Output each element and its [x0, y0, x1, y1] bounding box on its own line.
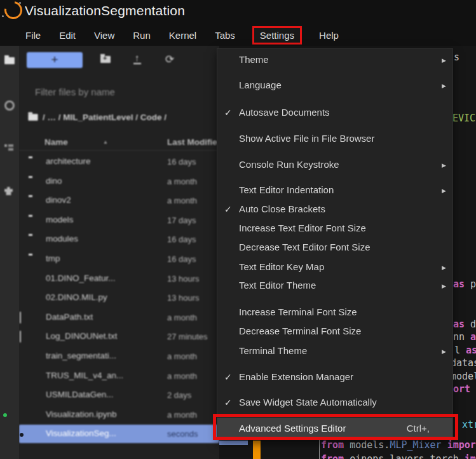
text-file-icon: [20, 331, 21, 343]
menu-item-advanced-settings-editor[interactable]: Advanced Settings EditorCtrl+,: [217, 418, 452, 439]
submenu-arrow-icon: ▶: [442, 181, 446, 200]
menu-item-language[interactable]: Language▶: [217, 76, 452, 95]
file-row-train-segmentati-[interactable]: train_segmentati...a month: [19, 347, 219, 366]
file-row-dino[interactable]: dinoa month: [19, 172, 219, 191]
checkmark-icon: ✓: [224, 393, 232, 412]
menu-item-label: Terminal Theme: [239, 341, 307, 360]
menu-item-decrease-text-editor-font-size[interactable]: Decrease Text Editor Font Size: [217, 238, 452, 257]
submenu-arrow-icon: ▶: [442, 277, 446, 296]
menu-item-show-active-file-in-file-browser[interactable]: Show Active File in File Browser: [217, 129, 452, 148]
menu-item-label: Advanced Settings Editor: [239, 418, 346, 439]
menu-item-save-widget-state-automatically[interactable]: ✓Save Widget State Automatically: [217, 393, 452, 412]
file-modified: 2 days: [167, 390, 191, 400]
file-name: 01.DINO_Featur...: [46, 273, 116, 283]
file-row-trus-mil-v4-an-[interactable]: TRUS_MIL_v4_an...a month: [19, 367, 219, 385]
file-name: TRUS_MIL_v4_an...: [46, 371, 123, 380]
menu-item-increase-terminal-font-size[interactable]: Increase Terminal Font Size: [217, 303, 452, 322]
home-folder-icon[interactable]: [28, 114, 37, 120]
checkmark-icon: ✓: [224, 200, 232, 219]
menu-item-label: Increase Terminal Font Size: [239, 303, 357, 322]
file-row-tmp[interactable]: tmp16 days: [19, 250, 219, 268]
menubar-item-help[interactable]: Help: [318, 28, 340, 43]
menubar-item-kernel[interactable]: Kernel: [168, 28, 198, 43]
menubar-item-run[interactable]: Run: [132, 28, 152, 43]
file-row-02-dino-mil-py[interactable]: 02.DINO.MIL.py13 hours: [19, 289, 219, 307]
upload-icon[interactable]: ↑: [133, 52, 141, 64]
file-name: models: [46, 215, 74, 224]
menu-item-text-editor-theme[interactable]: Text Editor Theme▶: [217, 276, 452, 295]
file-name: modules: [46, 234, 78, 243]
file-row-models[interactable]: models17 days: [19, 211, 219, 230]
filter-files-input[interactable]: Filter files by name: [35, 86, 115, 97]
menu-item-text-editor-key-map[interactable]: Text Editor Key Map▶: [217, 257, 452, 277]
menu-item-theme[interactable]: Theme▶: [217, 50, 452, 69]
file-browser-icon[interactable]: [4, 57, 15, 64]
menu-item-label: Decrease Text Editor Font Size: [239, 238, 370, 257]
menu-item-enable-extension-manager[interactable]: ✓Enable Extension Manager: [217, 367, 452, 387]
file-name: Visualization.ipynb: [46, 409, 117, 419]
menu-item-increase-text-editor-font-size[interactable]: Increase Text Editor Font Size: [217, 219, 452, 238]
file-name: architecture: [46, 156, 91, 166]
sort-asc-icon[interactable]: ▲: [103, 139, 108, 145]
file-row-dinov2[interactable]: dinov2a month: [19, 191, 219, 210]
file-row-visualizationseg-[interactable]: VisualizationSeg...seconds: [19, 425, 219, 443]
file-row-usmildatagen-[interactable]: USMILDataGen...2 days: [19, 386, 219, 404]
menu-item-auto-close-brackets[interactable]: ✓Auto Close Brackets: [217, 200, 452, 219]
extensions-icon[interactable]: [4, 187, 13, 195]
file-modified: a month: [167, 410, 197, 420]
file-name: 02.DINO.MIL.py: [46, 292, 107, 302]
app-logo-icon: [1, 0, 26, 22]
code-fragment: from einops.layers.torch impo: [321, 453, 476, 459]
checkmark-icon: ✓: [224, 103, 232, 122]
file-row-datapath-txt[interactable]: DataPath.txta month: [19, 308, 219, 327]
file-modified: seconds: [167, 429, 198, 439]
file-name: dinov2: [46, 195, 71, 205]
file-modified: a month: [167, 196, 197, 205]
file-row-visualization-ipynb[interactable]: Visualization.ipynba month: [19, 406, 219, 424]
running-kernels-icon[interactable]: [4, 100, 15, 111]
code-fragment: nn as: [453, 331, 476, 343]
menu-item-label: Text Editor Indentation: [239, 181, 334, 200]
file-modified: a month: [167, 313, 197, 322]
file-browser-panel: + ↑ ⟳ Filter files by name / … / MIL_Pat…: [19, 46, 219, 459]
menu-item-label: Text Editor Theme: [239, 276, 316, 295]
menu-item-terminal-theme[interactable]: Terminal Theme▶: [217, 341, 452, 360]
menubar-item-file[interactable]: File: [24, 28, 42, 43]
menu-item-label: Autosave Documents: [239, 103, 330, 122]
file-list-header: Name ▲ Last Modified: [19, 136, 219, 151]
file-modified: 16 days: [167, 235, 196, 244]
menu-item-autosave-documents[interactable]: ✓Autosave Documents: [217, 103, 452, 122]
file-row-01-dino-featur-[interactable]: 01.DINO_Featur...13 hours: [19, 270, 219, 288]
menubar-item-view[interactable]: View: [93, 28, 116, 43]
file-modified: a month: [167, 371, 197, 381]
submenu-arrow-icon: ▶: [442, 342, 446, 361]
file-row-architecture[interactable]: architecture16 days: [19, 153, 219, 171]
code-fragment: model: [451, 371, 476, 382]
menu-item-decrease-terminal-font-size[interactable]: Decrease Terminal Font Size: [217, 322, 452, 341]
cell-indicator-bar: [253, 441, 261, 459]
file-row-log-dinounet-txt[interactable]: Log_DINOUNet.txt27 minutes: [19, 327, 219, 346]
kernel-running-dot: [3, 413, 7, 417]
new-launcher-button[interactable]: +: [27, 52, 83, 68]
menu-item-text-editor-indentation[interactable]: Text Editor Indentation▶: [217, 181, 452, 200]
submenu-arrow-icon: ▶: [442, 51, 446, 70]
menu-item-label: Theme: [239, 50, 269, 69]
file-name: dino: [46, 176, 62, 186]
breadcrumb-path[interactable]: / … / MIL_PatientLevel / Code /: [43, 113, 167, 122]
menu-item-label: Console Run Keystroke: [239, 155, 339, 174]
column-name[interactable]: Name: [44, 137, 68, 147]
file-name: VisualizationSeg...: [46, 428, 116, 438]
menubar-item-tabs[interactable]: Tabs: [214, 28, 236, 43]
menubar-item-edit[interactable]: Edit: [58, 28, 77, 43]
menu-item-label: Auto Close Brackets: [239, 200, 325, 219]
refresh-icon[interactable]: ⟳: [165, 53, 174, 66]
page-title: VisualizationSegmentation: [25, 3, 189, 22]
sidebar-tab-strip: [0, 46, 19, 459]
breadcrumb[interactable]: / … / MIL_PatientLevel / Code /: [28, 113, 167, 122]
new-folder-icon[interactable]: [100, 56, 111, 63]
file-row-modules[interactable]: modules16 days: [19, 230, 219, 249]
menu-item-console-run-keystroke[interactable]: Console Run Keystroke▶: [217, 155, 452, 174]
menubar-item-settings[interactable]: Settings: [252, 26, 302, 45]
table-of-contents-icon[interactable]: [4, 144, 13, 151]
column-last-modified[interactable]: Last Modified: [167, 137, 219, 147]
